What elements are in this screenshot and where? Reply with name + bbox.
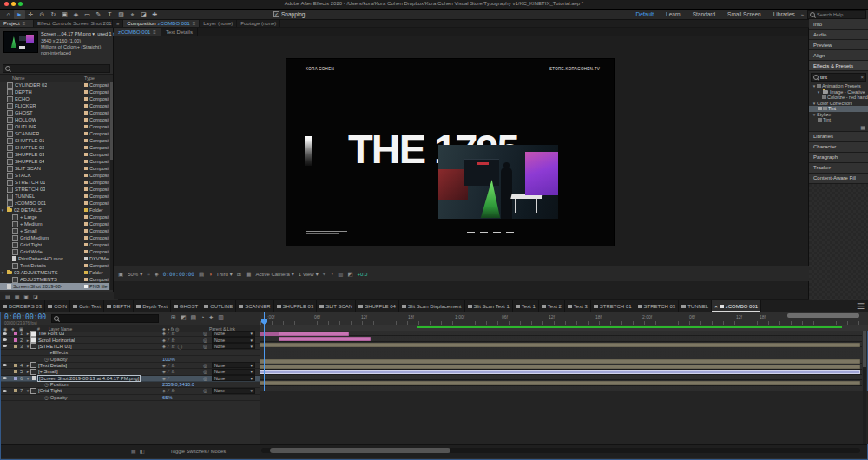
- panel-libraries[interactable]: Libraries: [809, 132, 868, 142]
- workspace-default[interactable]: Default: [635, 11, 654, 17]
- project-item[interactable]: SLIT SCANComposition: [0, 165, 109, 172]
- timeline-tab[interactable]: COIN: [45, 300, 70, 312]
- project-item-selected[interactable]: Screen Shot 2019-08-13 at 4.04.17 PM.png…: [0, 283, 109, 290]
- project-item[interactable]: + MediumComposition: [0, 220, 109, 227]
- project-item[interactable]: Grid TightComposition: [0, 241, 109, 248]
- tab-project[interactable]: Project ≡: [0, 20, 34, 27]
- current-timecode[interactable]: 0:00:00:00: [4, 313, 46, 321]
- timeline-horizontal-scrollbar[interactable]: [261, 448, 860, 453]
- layer-bar[interactable]: [279, 337, 371, 341]
- tab-effect-controls[interactable]: Effect Controls Screen Shot 2019: [34, 20, 113, 27]
- parent-dropdown[interactable]: None▾: [212, 375, 255, 381]
- panel-info[interactable]: Info: [809, 19, 868, 30]
- parent-dropdown[interactable]: None▾: [212, 362, 255, 368]
- timeline-tab[interactable]: Slit Scan Text 1: [465, 300, 513, 312]
- layer-bar[interactable]: [260, 365, 860, 369]
- timeline-tab[interactable]: Coin Text: [70, 300, 104, 312]
- interpret-footage-icon[interactable]: ▤: [5, 293, 10, 299]
- viewer-tab-zcombo[interactable]: zCOMBO 001 ≡: [114, 28, 161, 36]
- home-icon[interactable]: ⌂: [3, 10, 14, 19]
- workspace-libraries[interactable]: Libraries: [773, 11, 795, 17]
- timeline-tab[interactable]: Text 2: [539, 300, 565, 312]
- composition-frame[interactable]: KORA COHEN STORE.KORACOHEN.TV THE 1795: [286, 59, 614, 246]
- project-item[interactable]: FLICKERComposition: [0, 102, 109, 109]
- eye-icon[interactable]: [3, 377, 7, 379]
- stopwatch-icon[interactable]: ◷: [44, 395, 49, 400]
- project-item[interactable]: CYLINDER 02Composition: [0, 82, 109, 89]
- tab-composition[interactable]: Composition zCOMBO 001 ≡: [123, 20, 200, 27]
- parent-dropdown[interactable]: None▾: [212, 337, 255, 343]
- layer-bar-selected[interactable]: [260, 370, 860, 374]
- pen-tool-icon[interactable]: ✎: [93, 10, 104, 19]
- project-item[interactable]: ADJUSTMENTSComposition: [0, 276, 109, 283]
- footage-thumbnail[interactable]: [3, 31, 38, 53]
- parent-dropdown[interactable]: None▾: [212, 388, 255, 394]
- project-item[interactable]: SHUFFLE 02Composition: [0, 144, 109, 151]
- workspace-standard[interactable]: Standard: [693, 11, 715, 17]
- layer-bar[interactable]: [260, 343, 860, 347]
- zoom-tool-icon[interactable]: ⊙: [36, 10, 48, 19]
- panel-menu-icon[interactable]: ≡: [153, 30, 156, 35]
- timeline-tab[interactable]: SCANNER: [236, 300, 273, 312]
- timeline-tab[interactable]: Text 1: [513, 300, 539, 312]
- project-item[interactable]: SHUFFLE 04Composition: [0, 158, 109, 165]
- panel-effects-presets[interactable]: Effects & Presets: [809, 61, 868, 71]
- timeline-tab[interactable]: Depth Text: [134, 300, 171, 312]
- timeline-button-icon[interactable]: ▥: [338, 271, 343, 278]
- resolution-dropdown[interactable]: Third▾: [216, 271, 233, 277]
- close-tab-icon[interactable]: ×: [714, 304, 718, 309]
- new-composition-icon[interactable]: ▣: [23, 293, 29, 299]
- timeline-tab[interactable]: STRETCH 01: [591, 300, 635, 312]
- workspace-overflow-icon[interactable]: »: [801, 12, 804, 17]
- parent-dropdown[interactable]: None▾: [212, 369, 255, 375]
- type-tool-icon[interactable]: T: [104, 10, 115, 19]
- project-item[interactable]: TUNNELComposition: [0, 193, 109, 200]
- project-item-folder[interactable]: ▾03 ADJUSTMENTSFolder: [0, 269, 109, 276]
- project-item-footage[interactable]: PrintPatternHD.movDXV3Med...: [0, 255, 109, 262]
- timeline-tab[interactable]: SLIT SCAN: [317, 300, 356, 312]
- timeline-panel-menu-icon[interactable]: ≡: [853, 300, 868, 312]
- pixel-aspect-icon[interactable]: ⌖: [323, 271, 326, 278]
- always-preview-icon[interactable]: ▣: [118, 271, 123, 278]
- channels-icon[interactable]: ◑: [208, 271, 212, 277]
- timeline-tab[interactable]: SHUFFLE 04: [356, 300, 399, 312]
- tab-overflow-icon[interactable]: »: [113, 20, 123, 27]
- timeline-search-input[interactable]: [51, 314, 159, 323]
- exposure-value[interactable]: +0.0: [358, 272, 368, 277]
- panel-character[interactable]: Character: [809, 142, 868, 153]
- panel-menu-icon[interactable]: ≡: [193, 21, 196, 26]
- eye-icon[interactable]: [3, 364, 7, 366]
- project-item[interactable]: Grid MediumComposition: [0, 234, 109, 241]
- shape-tool-icon[interactable]: ▭: [82, 10, 93, 19]
- timeline-tab-active[interactable]: ×zCOMBO 001: [712, 300, 761, 312]
- clone-stamp-tool-icon[interactable]: ⌖: [127, 10, 138, 19]
- eye-icon[interactable]: [3, 390, 7, 392]
- stopwatch-icon[interactable]: ◷: [44, 357, 49, 362]
- new-preset-icon[interactable]: ▦: [860, 124, 865, 130]
- work-area-band[interactable]: [260, 325, 868, 331]
- hand-tool-icon[interactable]: ✛: [25, 10, 36, 19]
- parent-dropdown[interactable]: None▾: [212, 331, 255, 337]
- project-item-folder[interactable]: ▾02 DETAILSFolder: [0, 207, 109, 214]
- timeline-tab[interactable]: STRETCH 03: [635, 300, 680, 312]
- toggle-switches-modes-button[interactable]: Toggle Switches / Modes: [170, 449, 226, 454]
- composition-mini-flowchart-icon[interactable]: ⊞: [171, 314, 176, 321]
- rotate-tool-icon[interactable]: ↻: [48, 10, 59, 19]
- project-item[interactable]: STRETCH 01Composition: [0, 179, 109, 186]
- eye-icon[interactable]: [3, 345, 7, 347]
- effects-group-row[interactable]: ▸Effects: [1, 350, 260, 356]
- timeline-tab[interactable]: TUNNEL: [679, 300, 712, 312]
- magnification-dropdown[interactable]: 50%▾: [128, 271, 142, 277]
- property-value[interactable]: 100%: [162, 357, 175, 362]
- panel-tracker[interactable]: Tracker: [809, 163, 868, 174]
- brush-tool-icon[interactable]: ▨: [115, 10, 127, 19]
- eraser-tool-icon[interactable]: ◪: [138, 10, 149, 19]
- eye-icon[interactable]: [3, 332, 7, 335]
- project-item[interactable]: SHUFFLE 01Composition: [0, 137, 109, 144]
- project-item[interactable]: + SmallComposition: [0, 227, 109, 234]
- layer-bar[interactable]: [260, 359, 860, 364]
- project-item[interactable]: SHUFFLE 03Composition: [0, 151, 109, 158]
- snapping-toggle[interactable]: ✓ Snapping: [273, 11, 305, 17]
- panel-audio[interactable]: Audio: [809, 30, 868, 40]
- workspace-learn[interactable]: Learn: [666, 11, 681, 17]
